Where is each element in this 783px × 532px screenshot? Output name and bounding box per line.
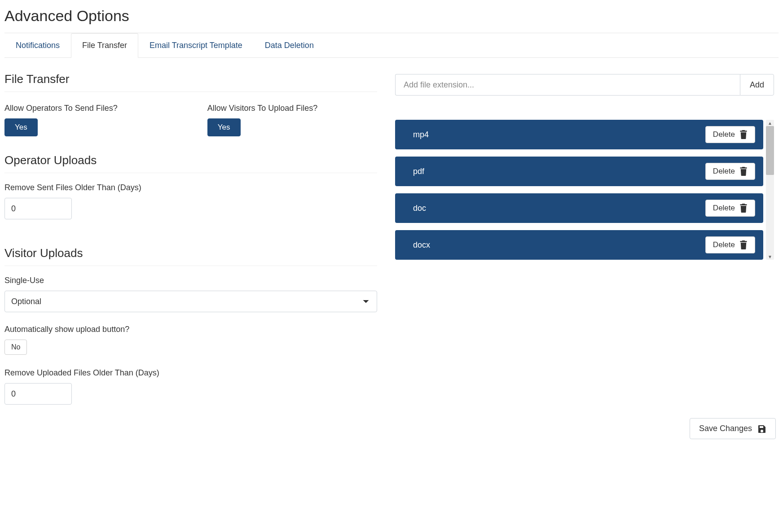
remove-sent-input[interactable] — [4, 198, 72, 219]
delete-label: Delete — [713, 130, 735, 139]
single-use-select[interactable]: Optional — [4, 291, 377, 312]
trash-icon — [739, 130, 748, 139]
save-changes-button[interactable]: Save Changes — [690, 418, 776, 439]
divider — [4, 266, 377, 266]
tab-file-transfer[interactable]: File Transfer — [71, 33, 138, 58]
divider — [4, 173, 377, 173]
scrollbar[interactable]: ▲ ▼ — [766, 120, 774, 260]
add-extension-button[interactable]: Add — [740, 74, 774, 96]
delete-label: Delete — [713, 204, 735, 213]
auto-show-label: Automatically show upload button? — [4, 325, 377, 334]
page-title: Advanced Options — [4, 7, 779, 25]
tab-notifications[interactable]: Notifications — [4, 33, 71, 58]
delete-extension-button[interactable]: Delete — [705, 163, 755, 180]
delete-label: Delete — [713, 240, 735, 249]
extension-input[interactable] — [395, 74, 740, 96]
extension-name: doc — [413, 204, 426, 213]
save-icon — [757, 424, 766, 433]
allow-operators-label: Allow Operators To Send Files? — [4, 104, 118, 113]
extension-row: docx Delete — [395, 230, 763, 260]
extension-name: mp4 — [413, 130, 429, 140]
allow-visitors-toggle[interactable]: Yes — [207, 118, 241, 136]
delete-extension-button[interactable]: Delete — [705, 236, 755, 253]
remove-uploaded-label: Remove Uploaded Files Older Than (Days) — [4, 368, 377, 378]
section-visitor-uploads: Visitor Uploads — [4, 246, 377, 260]
remove-sent-label: Remove Sent Files Older Than (Days) — [4, 183, 377, 192]
scroll-thumb[interactable] — [766, 126, 774, 175]
allow-visitors-label: Allow Visitors To Upload Files? — [207, 104, 317, 113]
scroll-up-icon[interactable]: ▲ — [766, 120, 774, 126]
extension-list: mp4 Delete pdf Delete doc D — [395, 120, 763, 260]
tab-data-deletion[interactable]: Data Deletion — [254, 33, 325, 58]
delete-extension-button[interactable]: Delete — [705, 126, 755, 143]
delete-label: Delete — [713, 167, 735, 176]
extension-row: mp4 Delete — [395, 120, 763, 149]
remove-uploaded-input[interactable] — [4, 383, 72, 405]
trash-icon — [739, 240, 748, 249]
tabs: Notifications File Transfer Email Transc… — [4, 33, 779, 58]
delete-extension-button[interactable]: Delete — [705, 200, 755, 217]
trash-icon — [739, 204, 748, 213]
trash-icon — [739, 167, 748, 176]
extension-row: doc Delete — [395, 193, 763, 223]
save-label: Save Changes — [699, 424, 752, 433]
extension-row: pdf Delete — [395, 157, 763, 186]
divider — [4, 92, 377, 92]
extension-name: docx — [413, 240, 430, 250]
tab-email-transcript[interactable]: Email Transcript Template — [138, 33, 254, 58]
allow-operators-toggle[interactable]: Yes — [4, 118, 38, 136]
single-use-label: Single-Use — [4, 276, 377, 285]
section-operator-uploads: Operator Uploads — [4, 153, 377, 167]
scroll-down-icon[interactable]: ▼ — [766, 253, 774, 260]
extension-name: pdf — [413, 167, 424, 176]
auto-show-toggle[interactable]: No — [4, 340, 27, 355]
section-file-transfer: File Transfer — [4, 72, 377, 86]
